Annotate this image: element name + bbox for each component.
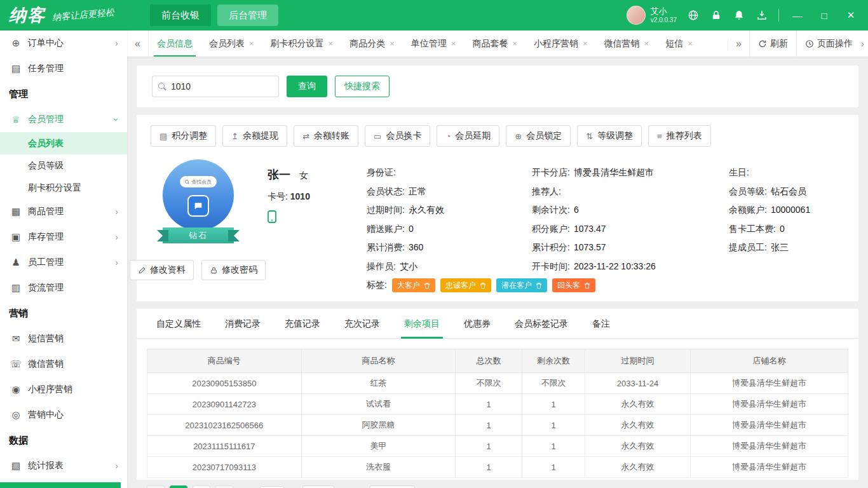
close-tab-icon[interactable]: × bbox=[644, 39, 649, 48]
table-row[interactable]: 20230905153850红茶不限次不限次2033-11-24博爱县清华生鲜超… bbox=[147, 373, 848, 394]
table-cell: 博爱县清华生鲜超市 bbox=[690, 436, 848, 457]
sidebar-item[interactable]: ◎营销中心 bbox=[0, 402, 127, 428]
record-tab[interactable]: 备注 bbox=[580, 309, 622, 338]
mobile-phone-icon[interactable] bbox=[268, 210, 276, 225]
refresh-button[interactable]: 刷新 bbox=[749, 30, 796, 57]
page-number-button[interactable]: 2 bbox=[193, 485, 210, 488]
goto-page-input[interactable] bbox=[260, 486, 284, 488]
backend-manage-button[interactable]: 后台管理 bbox=[217, 4, 278, 26]
sidebar-item[interactable]: ▦商品管理› bbox=[0, 199, 127, 224]
lock-icon[interactable] bbox=[710, 9, 722, 22]
tabs-scroll-left-icon[interactable]: « bbox=[127, 30, 149, 57]
table-row[interactable]: 20231115111617美甲11永久有效博爱县清华生鲜超市 bbox=[147, 436, 848, 457]
member-action-button[interactable]: ◔会员延期 bbox=[437, 125, 499, 147]
delete-tag-icon[interactable] bbox=[480, 282, 486, 289]
close-tab-icon[interactable]: × bbox=[512, 39, 517, 48]
sidebar-item[interactable]: ▥货流管理 bbox=[0, 275, 127, 301]
sidebar-subitem[interactable]: 会员列表 bbox=[0, 132, 127, 154]
close-tab-icon[interactable]: × bbox=[390, 39, 395, 48]
record-tab[interactable]: 自定义属性 bbox=[144, 309, 213, 338]
record-tab[interactable]: 剩余项目 bbox=[392, 309, 452, 338]
table-cell: 20231115111617 bbox=[147, 436, 302, 457]
sidebar-item[interactable]: ♕会员管理› bbox=[0, 107, 127, 132]
close-button[interactable]: ✕ bbox=[843, 7, 859, 24]
close-tab-icon[interactable]: × bbox=[688, 39, 693, 48]
front-cashier-button[interactable]: 前台收银 bbox=[150, 4, 211, 26]
sidebar-item[interactable]: ⊕订单中心› bbox=[0, 30, 127, 56]
quick-search-button[interactable]: 快捷搜索 bbox=[335, 76, 390, 97]
app-header: 纳客 纳客让店更轻松 前台收银 后台管理 艾小 v2.0.0.37 — □ ✕ bbox=[0, 0, 868, 30]
tab-item[interactable]: 单位管理× bbox=[403, 30, 465, 57]
tab-item[interactable]: 微信营销× bbox=[596, 30, 658, 57]
record-tab[interactable]: 优惠券 bbox=[452, 309, 503, 338]
tab-item[interactable]: 会员信息 bbox=[149, 30, 201, 57]
bell-icon[interactable] bbox=[733, 9, 745, 22]
transfer-icon: ⇄ bbox=[302, 132, 309, 141]
user-avatar[interactable] bbox=[627, 6, 646, 25]
sidebar-item[interactable]: ▣库存管理› bbox=[0, 224, 127, 250]
record-tab[interactable]: 充次记录 bbox=[332, 309, 392, 338]
sidebar-item[interactable]: ☏微信营销 bbox=[0, 351, 127, 377]
tab-item[interactable]: 刷卡积分设置× bbox=[262, 30, 342, 57]
tab-item[interactable]: 小程序营销× bbox=[526, 30, 596, 57]
member-field: 过期时间:永久有效 bbox=[367, 201, 526, 220]
member-avatar[interactable]: 查找会员 钻石 bbox=[161, 159, 236, 243]
search-input[interactable] bbox=[171, 81, 273, 92]
maximize-button[interactable]: □ bbox=[816, 7, 832, 24]
table-cell: 2033-11-24 bbox=[585, 373, 690, 394]
close-tab-icon[interactable]: × bbox=[249, 39, 254, 48]
chevron-right-icon[interactable]: › bbox=[861, 38, 868, 49]
record-tab[interactable]: 消费记录 bbox=[213, 309, 273, 338]
record-tabs: 自定义属性消费记录充值记录充次记录剩余项目优惠券会员标签记录备注 bbox=[137, 309, 858, 339]
delete-tag-icon[interactable] bbox=[424, 282, 430, 289]
table-header-row: 商品编号商品名称总次数剩余次数过期时间店铺名称 bbox=[147, 349, 848, 373]
edit-profile-button[interactable]: 修改资料 bbox=[130, 260, 194, 280]
sidebar-subitem[interactable]: 刷卡积分设置 bbox=[0, 177, 127, 199]
sidebar-item[interactable]: ♟员工管理› bbox=[0, 250, 127, 275]
sidebar-item[interactable]: ▤任务管理 bbox=[0, 56, 127, 81]
sidebar-item[interactable]: ▧统计报表› bbox=[0, 453, 127, 478]
sidebar-subitem[interactable]: 会员等级 bbox=[0, 154, 127, 177]
member-profile: 查找会员 钻石 修改资料 bbox=[151, 159, 844, 292]
tabs-scroll-right-icon[interactable]: » bbox=[728, 38, 749, 50]
close-tab-icon[interactable]: × bbox=[583, 39, 588, 48]
user-info[interactable]: 艾小 v2.0.0.37 bbox=[627, 6, 677, 25]
sidebar-item[interactable]: ✉短信营销 bbox=[0, 326, 127, 351]
sidebar-item[interactable]: ◉小程序营销 bbox=[0, 377, 127, 402]
tab-item[interactable]: 短信× bbox=[657, 30, 701, 57]
member-action-button[interactable]: ▤积分调整 bbox=[151, 125, 216, 147]
close-tab-icon[interactable]: × bbox=[329, 39, 334, 48]
tab-item[interactable]: 商品分类× bbox=[341, 30, 403, 57]
sidebar-scrollbar[interactable] bbox=[0, 482, 121, 488]
download-icon[interactable] bbox=[756, 9, 768, 22]
prev-page-button[interactable]: ‹ bbox=[147, 485, 165, 488]
member-tag: 忠诚客户 bbox=[440, 278, 491, 292]
delete-tag-icon[interactable] bbox=[536, 282, 542, 289]
table-row[interactable]: 20230901142723试试看11永久有效博爱县清华生鲜超市 bbox=[147, 394, 848, 415]
member-action-button[interactable]: ⊕会员锁定 bbox=[506, 125, 571, 147]
tab-item[interactable]: 会员列表× bbox=[201, 30, 262, 57]
member-action-button[interactable]: ▭会员换卡 bbox=[365, 125, 430, 147]
record-tab[interactable]: 充值记录 bbox=[273, 309, 332, 338]
table-row[interactable]: 20230717093113洗衣服11永久有效博爱县清华生鲜超市 bbox=[147, 457, 848, 478]
close-tab-icon[interactable]: × bbox=[451, 39, 456, 48]
next-page-button[interactable]: › bbox=[215, 485, 233, 488]
member-action-button[interactable]: ↥余额提现 bbox=[222, 125, 287, 147]
goto-confirm-button[interactable]: 确定 bbox=[302, 485, 334, 488]
tab-item[interactable]: 商品套餐× bbox=[464, 30, 526, 57]
page-size-select[interactable]: 5 条/页 bbox=[370, 485, 415, 488]
record-tab[interactable]: 会员标签记录 bbox=[503, 309, 580, 338]
user-name: 艾小 bbox=[651, 7, 677, 17]
member-action-button[interactable]: ⇅等级调整 bbox=[577, 125, 642, 147]
member-action-button[interactable]: ⇄余额转账 bbox=[294, 125, 358, 147]
app-logo: 纳客 bbox=[9, 4, 46, 27]
page-number-button[interactable]: 1 bbox=[170, 485, 187, 488]
query-button[interactable]: 查询 bbox=[287, 76, 327, 97]
page-operations-button[interactable]: 页面操作 bbox=[796, 30, 861, 57]
table-row[interactable]: 20231023162506566阿胶黑糖11永久有效博爱县清华生鲜超市 bbox=[147, 415, 848, 436]
member-action-button[interactable]: ≡推荐列表 bbox=[648, 125, 711, 147]
globe-icon[interactable] bbox=[687, 9, 700, 22]
delete-tag-icon[interactable] bbox=[584, 282, 590, 289]
minimize-button[interactable]: — bbox=[789, 7, 806, 24]
search-panel: 查询 快捷搜索 bbox=[137, 65, 858, 107]
